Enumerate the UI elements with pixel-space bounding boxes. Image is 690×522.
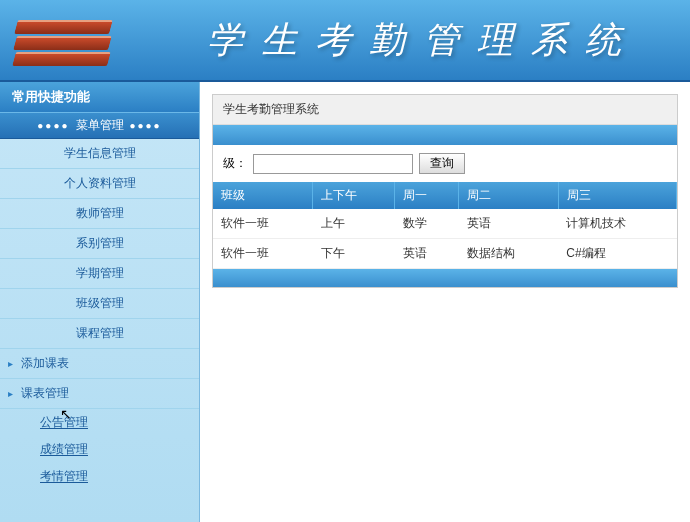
sidebar-item[interactable]: 系别管理 (0, 229, 199, 259)
app-header: 学生考勤管理系统 (0, 0, 690, 82)
table-cell: 软件一班 (213, 209, 313, 239)
table-cell: C#编程 (558, 239, 676, 269)
sidebar-sub-item[interactable]: 公告管理 (0, 409, 199, 436)
table-header-cell: 上下午 (313, 182, 395, 209)
sidebar-item-expandable[interactable]: ▸添加课表 (0, 349, 199, 379)
sidebar-item-expandable[interactable]: ▸课表管理 (0, 379, 199, 409)
arrow-right-icon: ▸ (8, 388, 13, 399)
search-input[interactable] (253, 154, 413, 174)
sidebar-item[interactable]: 学期管理 (0, 259, 199, 289)
sidebar-item[interactable]: 个人资料管理 (0, 169, 199, 199)
table-header-cell: 周二 (459, 182, 559, 209)
sidebar-item[interactable]: 学生信息管理 (0, 139, 199, 169)
table-cell: 数学 (395, 209, 459, 239)
app-title: 学生考勤管理系统 (125, 16, 690, 65)
search-label: 级： (223, 155, 247, 172)
data-table: 班级上下午周一周二周三 软件一班上午数学英语计算机技术软件一班下午英语数据结构C… (213, 182, 677, 269)
sidebar-item[interactable]: 课程管理 (0, 319, 199, 349)
table-row[interactable]: 软件一班上午数学英语计算机技术 (213, 209, 677, 239)
table-header-cell: 周一 (395, 182, 459, 209)
sidebar-active-label: 菜单管理 (76, 117, 124, 134)
sidebar-sub-item[interactable]: 考情管理 (0, 463, 199, 490)
table-cell: 数据结构 (459, 239, 559, 269)
bottom-divider-bar (213, 269, 677, 287)
books-logo (0, 0, 125, 81)
table-row[interactable]: 软件一班下午英语数据结构C#编程 (213, 239, 677, 269)
dots-left-icon: ●●●● (37, 120, 69, 131)
content-area: 学生考勤管理系统 级： 查询 班级上下午周一周二周三 软件一班上午数学英语计算机… (200, 82, 690, 522)
table-cell: 下午 (313, 239, 395, 269)
table-cell: 英语 (459, 209, 559, 239)
table-cell: 英语 (395, 239, 459, 269)
dots-right-icon: ●●●● (130, 120, 162, 131)
table-header-cell: 周三 (558, 182, 676, 209)
sidebar: 常用快捷功能 ●●●● 菜单管理 ●●●● 学生信息管理个人资料管理教师管理系别… (0, 82, 200, 522)
search-row: 级： 查询 (213, 145, 677, 182)
sidebar-active-menu[interactable]: ●●●● 菜单管理 ●●●● (0, 112, 199, 139)
sidebar-sub-item[interactable]: 成绩管理 (0, 436, 199, 463)
sidebar-item-label: 添加课表 (21, 355, 69, 372)
sidebar-header: 常用快捷功能 (0, 82, 199, 112)
sidebar-item[interactable]: 班级管理 (0, 289, 199, 319)
search-button[interactable]: 查询 (419, 153, 465, 174)
sidebar-item-label: 课表管理 (21, 385, 69, 402)
content-title: 学生考勤管理系统 (213, 95, 677, 125)
arrow-right-icon: ▸ (8, 358, 13, 369)
table-header-cell: 班级 (213, 182, 313, 209)
sidebar-item[interactable]: 教师管理 (0, 199, 199, 229)
table-cell: 软件一班 (213, 239, 313, 269)
top-divider-bar (213, 125, 677, 145)
table-cell: 计算机技术 (558, 209, 676, 239)
table-cell: 上午 (313, 209, 395, 239)
